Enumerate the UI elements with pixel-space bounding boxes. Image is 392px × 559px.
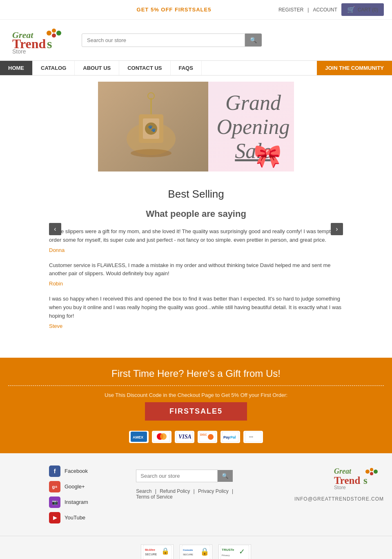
svg-text:🔒: 🔒 bbox=[161, 547, 169, 555]
svg-text:s: s bbox=[47, 36, 52, 51]
banner-bow: 🎀 bbox=[254, 143, 282, 169]
gift-subtext: Use This Discount Code in the Checkout P… bbox=[8, 392, 384, 398]
amex-icon: AMEX bbox=[129, 431, 149, 443]
nav-faqs[interactable]: FAQS bbox=[171, 61, 202, 75]
footer: f Facebook g+ Google+ 📷 Instagram ▶ YouT… bbox=[0, 453, 392, 536]
nav-contact-us[interactable]: CONTACT US bbox=[119, 61, 170, 75]
svg-point-36 bbox=[370, 468, 373, 471]
testimonial-2: Customer service is FLAWLESS, I made a m… bbox=[49, 261, 343, 287]
svg-text:Privacy: Privacy bbox=[222, 554, 230, 557]
visa-icon: VISA bbox=[175, 431, 194, 443]
googleplus-icon: g+ bbox=[49, 481, 60, 492]
best-selling-heading: Best Selling bbox=[8, 188, 384, 200]
svg-text:SECURE: SECURE bbox=[183, 553, 193, 556]
mcafee-badge: McAfee SECURE 🔒 bbox=[141, 544, 174, 559]
next-testimonial-button[interactable]: › bbox=[331, 223, 343, 235]
footer-links-section: 🔍 Search | Refund Policy | Privacy Polic… bbox=[136, 465, 256, 523]
nav-catalog[interactable]: CATALOG bbox=[33, 61, 75, 75]
youtube-icon: ▶ bbox=[49, 512, 60, 523]
footer-search-input[interactable] bbox=[136, 470, 218, 482]
svg-text:TRUSTe: TRUSTe bbox=[222, 548, 234, 552]
join-community-button[interactable]: JOIN THE COMMUNITY bbox=[317, 61, 392, 75]
instagram-icon: 📷 bbox=[49, 497, 60, 508]
gift-section: First Time Here? Here's a Gift from Us! … bbox=[0, 358, 392, 453]
svg-text:Trend: Trend bbox=[334, 475, 360, 486]
search-input[interactable] bbox=[82, 33, 245, 47]
svg-text:SECURE: SECURE bbox=[145, 553, 157, 556]
testimonial-1-text: These slippers were a gift for my mom, a… bbox=[49, 227, 343, 245]
other-payment-icon: ··· bbox=[243, 431, 263, 443]
best-selling-section: Best Selling bbox=[0, 176, 392, 205]
account-link[interactable]: ACCOUNT bbox=[313, 7, 337, 13]
youtube-label: YouTube bbox=[65, 514, 85, 521]
search-area: 🔍 bbox=[82, 33, 384, 47]
svg-point-4 bbox=[47, 31, 51, 36]
footer-nav-links: Search | Refund Policy | Privacy Policy … bbox=[136, 488, 256, 500]
testimonial-1-author: Donna bbox=[49, 247, 65, 253]
nav-home[interactable]: HOME bbox=[0, 61, 33, 75]
bottom-bar: McAfee SECURE 🔒 Comodo SECURE 🔒 TRUSTe P… bbox=[0, 536, 392, 559]
facebook-label: Facebook bbox=[65, 468, 88, 474]
footer-search-link[interactable]: Search bbox=[136, 488, 151, 494]
jewelry-image: 🐾 bbox=[110, 90, 192, 163]
truste-badge: TRUSTe Privacy ✓ bbox=[218, 544, 251, 559]
promo-banner: GET 5% OFF FIRSTSALE5 bbox=[69, 7, 278, 13]
testimonial-2-text: Customer service is FLAWLESS, I made a m… bbox=[49, 261, 343, 278]
testimonial-3-text: I was so happy when I received this and … bbox=[49, 295, 343, 320]
prev-testimonial-button[interactable]: ‹ bbox=[49, 223, 61, 235]
top-bar: GET 5% OFF FIRSTSALE5 REGISTER | ACCOUNT… bbox=[0, 0, 392, 20]
svg-point-20 bbox=[160, 433, 167, 440]
footer-logo: Great Trend s Store bbox=[331, 465, 384, 490]
paypal-icon: PayPal bbox=[220, 431, 240, 443]
instagram-label: Instagram bbox=[65, 499, 88, 505]
footer-search-button[interactable]: 🔍 bbox=[218, 470, 233, 482]
cart-button[interactable]: 🛒 CART (0) bbox=[341, 3, 384, 16]
footer-logo-area: Great Trend s Store INFO@GREATTRENDSTORE… bbox=[264, 465, 384, 523]
banner: 🐾 Grand Opening Sale 🎀 bbox=[98, 82, 294, 171]
svg-text:McAfee: McAfee bbox=[145, 548, 155, 551]
svg-point-15 bbox=[131, 149, 172, 157]
main-nav: HOME CATALOG ABOUT US CONTACT US FAQS JO… bbox=[0, 60, 392, 76]
svg-text:VISA: VISA bbox=[178, 434, 192, 440]
payment-icons: AMEX VISA DISC PayPal ··· bbox=[8, 431, 384, 443]
register-link[interactable]: REGISTER bbox=[278, 7, 303, 13]
svg-point-25 bbox=[208, 434, 214, 440]
gift-heading: First Time Here? Here's a Gift from Us! bbox=[8, 368, 384, 379]
banner-image: 🐾 bbox=[98, 82, 208, 171]
facebook-icon: f bbox=[49, 465, 60, 477]
svg-text:✓: ✓ bbox=[239, 548, 245, 556]
coupon-button[interactable]: FIRSTSALE5 bbox=[145, 402, 247, 421]
svg-text:Comodo: Comodo bbox=[183, 549, 193, 551]
mastercard-icon bbox=[152, 431, 172, 443]
svg-point-38 bbox=[370, 472, 373, 475]
separator: | bbox=[307, 7, 309, 13]
svg-point-5 bbox=[52, 29, 56, 33]
svg-text:···: ··· bbox=[249, 434, 253, 440]
svg-point-37 bbox=[374, 470, 378, 474]
site-logo[interactable]: Great Trend s Store bbox=[8, 26, 74, 54]
logo-area: Great Trend s Store bbox=[8, 26, 74, 54]
security-icons: McAfee SECURE 🔒 Comodo SECURE 🔒 TRUSTe P… bbox=[8, 544, 384, 559]
testimonial-3: I was so happy when I received this and … bbox=[49, 295, 343, 329]
footer-email: INFO@GREATTRENDSTORE.COM bbox=[294, 496, 384, 502]
googleplus-link[interactable]: g+ Google+ bbox=[49, 481, 128, 492]
footer-refund-link[interactable]: Refund Policy bbox=[160, 488, 190, 494]
googleplus-label: Google+ bbox=[65, 483, 85, 490]
testimonials-heading: What people are saying bbox=[49, 209, 343, 219]
nav-about-us[interactable]: ABOUT US bbox=[75, 61, 119, 75]
svg-text:DISC: DISC bbox=[200, 433, 207, 436]
youtube-link[interactable]: ▶ YouTube bbox=[49, 512, 128, 523]
svg-text:Great: Great bbox=[334, 467, 352, 475]
svg-text:Pay: Pay bbox=[223, 435, 230, 439]
svg-text:Store: Store bbox=[334, 485, 346, 490]
top-right-links: REGISTER | ACCOUNT 🛒 CART (0) bbox=[278, 3, 384, 16]
svg-text:s: s bbox=[363, 475, 368, 486]
footer-privacy-link[interactable]: Privacy Policy bbox=[198, 488, 229, 494]
cart-icon: 🛒 bbox=[347, 6, 355, 13]
footer-terms-link[interactable]: Terms of Service bbox=[136, 494, 172, 500]
svg-point-35 bbox=[365, 470, 370, 474]
svg-text:Store: Store bbox=[12, 48, 26, 54]
instagram-link[interactable]: 📷 Instagram bbox=[49, 497, 128, 508]
facebook-link[interactable]: f Facebook bbox=[49, 465, 128, 477]
search-button[interactable]: 🔍 bbox=[245, 33, 262, 47]
